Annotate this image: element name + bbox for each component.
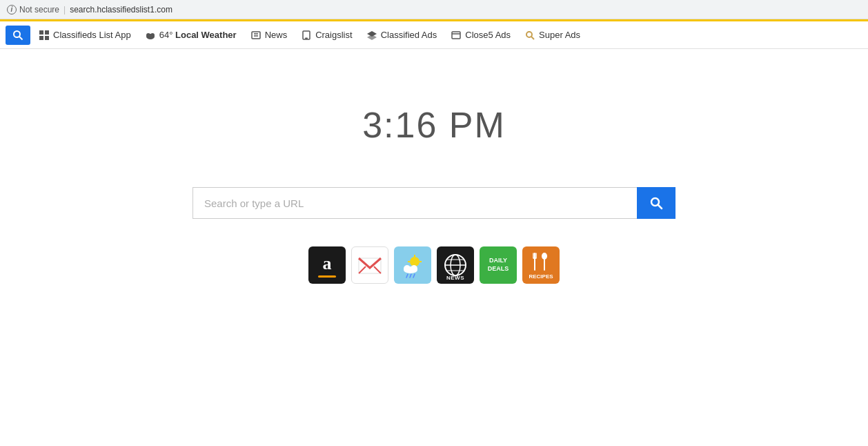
svg-line-21 xyxy=(658,205,662,209)
shortcut-weather[interactable] xyxy=(394,246,431,284)
bookmark-local-weather[interactable]: 64° Local Weather xyxy=(139,27,242,43)
address-bar: i Not secure | search.hclassifiedslist1.… xyxy=(0,0,868,19)
bookmark-close5-ads[interactable]: Close5 Ads xyxy=(445,27,516,43)
shortcut-daily-deals[interactable]: DAILYDEALS xyxy=(480,246,517,284)
svg-point-8 xyxy=(150,33,155,37)
gmail-icon xyxy=(357,255,382,275)
svg-point-18 xyxy=(526,32,532,37)
bookmark-label: 64° Local Weather xyxy=(159,30,237,40)
separator: | xyxy=(63,5,66,14)
svg-marker-15 xyxy=(367,35,377,40)
security-indicator: i Not secure xyxy=(7,5,59,14)
shortcut-recipes[interactable]: RECIPES xyxy=(522,246,560,284)
svg-rect-3 xyxy=(45,30,49,35)
svg-rect-9 xyxy=(252,32,260,39)
globe-icon xyxy=(443,253,468,278)
shortcuts-row: a xyxy=(308,246,560,284)
search-icon xyxy=(649,196,663,210)
svg-point-0 xyxy=(14,31,20,37)
svg-point-31 xyxy=(404,265,411,272)
toolbar-search-button[interactable] xyxy=(6,26,30,45)
amazon-arrow xyxy=(318,275,336,278)
recipes-icon xyxy=(531,251,551,272)
bookmark-label: Craigslist xyxy=(315,30,352,40)
svg-point-7 xyxy=(146,33,150,37)
not-secure-label: Not secure xyxy=(19,5,59,14)
recipes-label: RECIPES xyxy=(529,273,553,280)
toolbar: Classifieds List App 64° Local Weather N… xyxy=(0,21,868,49)
browser-icon xyxy=(451,30,462,41)
shortcut-news[interactable]: NEWS xyxy=(437,246,474,284)
svg-point-32 xyxy=(411,265,417,272)
search-button[interactable] xyxy=(637,187,675,219)
bookmark-label: Close5 Ads xyxy=(465,30,511,40)
search-input[interactable] xyxy=(193,187,637,219)
magnifier-icon xyxy=(524,30,535,41)
bookmark-label: Classifieds List App xyxy=(53,30,131,40)
svg-line-33 xyxy=(406,274,408,278)
svg-line-19 xyxy=(531,37,534,39)
bookmark-classified-ads[interactable]: Classified Ads xyxy=(361,27,443,43)
bookmark-classifieds-list-app[interactable]: Classifieds List App xyxy=(33,27,137,43)
svg-line-34 xyxy=(410,274,411,278)
svg-rect-16 xyxy=(452,32,460,39)
cloud-icon xyxy=(145,30,156,41)
bookmark-label: Classified Ads xyxy=(381,30,437,40)
shortcut-gmail[interactable] xyxy=(351,246,388,284)
bookmark-news[interactable]: News xyxy=(245,27,293,43)
svg-line-35 xyxy=(413,274,415,278)
main-content: 3:16 PM a xyxy=(0,49,868,284)
daily-deals-label: DAILYDEALS xyxy=(488,257,509,273)
search-icon xyxy=(12,30,23,41)
svg-rect-4 xyxy=(39,36,43,40)
bookmark-label: News xyxy=(265,30,288,40)
clock-display: 3:16 PM xyxy=(362,104,506,146)
news-label: NEWS xyxy=(446,275,464,281)
amazon-logo-a: a xyxy=(323,253,332,274)
svg-point-25 xyxy=(410,257,420,266)
svg-point-47 xyxy=(542,253,547,260)
info-icon: i xyxy=(7,5,17,14)
svg-line-1 xyxy=(19,37,23,40)
bookmark-label: Super Ads xyxy=(539,30,580,40)
shortcut-amazon[interactable]: a xyxy=(308,246,346,284)
tablet-icon xyxy=(301,30,312,41)
svg-rect-2 xyxy=(39,30,43,35)
layers-icon xyxy=(366,30,377,41)
weather-icon xyxy=(400,252,426,278)
grid-icon xyxy=(39,30,50,41)
bookmark-craigslist[interactable]: Craigslist xyxy=(295,27,357,43)
bookmark-super-ads[interactable]: Super Ads xyxy=(519,27,586,43)
search-bar-container xyxy=(193,187,675,219)
svg-rect-5 xyxy=(45,36,49,40)
url-display[interactable]: search.hclassifiedslist1.com xyxy=(70,5,172,14)
news-icon xyxy=(250,30,262,41)
